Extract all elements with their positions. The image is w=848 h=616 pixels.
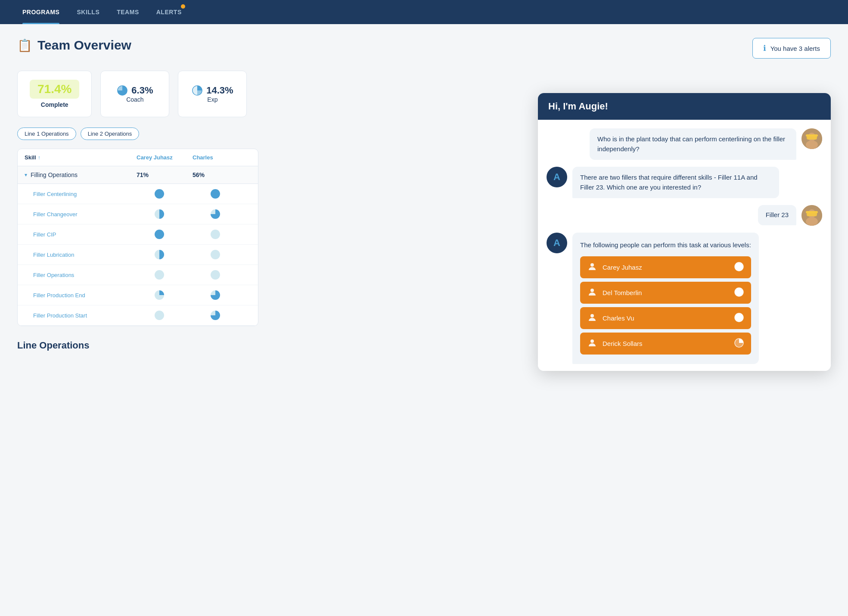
chat-panel: Hi, I'm Augie! Who is in the plant today… [538,93,831,371]
svg-point-28 [590,289,594,292]
bot-avatar-1: A [547,167,567,187]
svg-rect-20 [806,134,818,137]
skill-name[interactable]: Filler Changeover [33,211,145,218]
nav-teams[interactable]: TEAMS [108,0,148,24]
svg-point-14 [155,311,164,320]
bot-avatar-2: A [547,233,567,253]
table-row: Filler CIP [18,224,258,245]
person-button[interactable]: Charles Vu [580,307,751,329]
person-button[interactable]: Carey Juhasz [580,256,751,278]
msg-bot-2: A The following people can perform this … [547,233,822,364]
skill-name[interactable]: Filler CIP [33,231,145,238]
col-charles-header[interactable]: Charles [193,154,248,161]
stat-exp: 14.3% Exp [178,71,247,117]
skill-charles-icon [201,269,257,280]
skill-carey-icon [145,188,201,199]
svg-point-10 [155,270,164,280]
person-button[interactable]: Del Tomberlin [580,282,751,304]
person-skill-icon [734,312,744,324]
svg-point-2 [155,189,164,199]
exp-value: 14.3% [206,85,233,96]
skill-name[interactable]: Filler Lubrication [33,252,145,258]
skill-name[interactable]: Filler Centerlining [33,191,145,197]
table-row: Filler Centerlining [18,184,258,204]
svg-point-30 [590,314,594,317]
skill-charles-icon [201,289,257,301]
skill-carey-icon [145,229,201,240]
group-charles-pct: 56% [193,171,248,178]
person-name: Carey Juhasz [603,264,642,271]
people-bubble-text: The following people can perform this ta… [580,240,751,250]
chat-body: Who is in the plant today that can perfo… [538,120,831,371]
sort-icon: ↑ [38,155,40,161]
svg-point-23 [806,217,818,226]
exp-label: Exp [207,96,217,103]
svg-point-32 [590,339,594,343]
skill-charles-icon [201,188,257,199]
title-wrap: 📋 Team Overview [17,38,131,53]
svg-point-3 [211,189,220,199]
group-name: Filling Operations [31,171,78,178]
person-skill-icon [734,261,744,273]
table-row: Filler Lubrication [18,245,258,265]
title-icon: 📋 [17,38,32,53]
person-name: Del Tomberlin [603,289,642,296]
alerts-badge [181,4,185,9]
skill-name[interactable]: Filler Production End [33,292,145,299]
person-button[interactable]: Derick Sollars [580,333,751,355]
skills-table: Skill ↑ Carey Juhasz Charles ▾ Filling O… [17,149,258,326]
nav-programs[interactable]: PROGRAMS [14,0,68,24]
svg-point-9 [211,250,220,259]
svg-point-6 [155,230,164,239]
exp-pie-icon [192,85,203,96]
complete-value: 71.4% [30,80,79,99]
page-title: Team Overview [37,38,131,53]
svg-rect-25 [806,211,818,213]
skill-name[interactable]: Filler Production Start [33,312,145,319]
page-header: 📋 Team Overview ℹ You have 3 alerts [17,38,831,59]
skill-carey-icon [145,249,201,260]
people-bubble: The following people can perform this ta… [572,233,759,364]
user-avatar-2 [801,205,822,226]
group-filling[interactable]: ▾ Filling Operations 71% 56% [18,166,258,184]
skill-rows: Filler Centerlining Filler Changeover Fi… [18,184,258,326]
skill-name[interactable]: Filler Operations [33,272,145,278]
person-name: Charles Vu [603,314,634,322]
msg-bubble-2: There are two fillers that require diffe… [572,167,779,198]
person-skill-icon [734,287,744,299]
skill-charles-icon [201,229,257,240]
table-row: Filler Changeover [18,204,258,224]
nav-alerts[interactable]: ALERTS [148,0,190,24]
main-nav: PROGRAMS SKILLS TEAMS ALERTS [0,0,848,24]
col-carey-header[interactable]: Carey Juhasz [137,154,193,161]
person-icon [587,338,597,349]
skill-carey-icon [145,310,201,321]
page-content: 📋 Team Overview ℹ You have 3 alerts 71.4… [0,24,848,365]
table-row: Filler Operations [18,265,258,285]
person-skill-icon [734,338,744,349]
filter-line2[interactable]: Line 2 Operations [81,128,140,140]
alerts-box[interactable]: ℹ You have 3 alerts [752,38,831,59]
coach-pie-icon [117,85,128,96]
filter-line1[interactable]: Line 1 Operations [17,128,76,140]
nav-skills[interactable]: SKILLS [68,0,108,24]
msg-bubble-1: Who is in the plant today that can perfo… [590,128,796,160]
people-list: Carey Juhasz Del Tomberlin [580,256,751,355]
svg-point-26 [590,263,594,267]
skill-carey-icon [145,289,201,301]
coach-value: 6.3% [131,85,153,96]
skill-charles-icon [201,249,257,260]
msg-bot-1: A There are two fillers that require dif… [547,167,822,198]
chevron-icon: ▾ [25,172,27,178]
person-icon [587,312,597,324]
table-row: Filler Production End [18,285,258,305]
user-avatar-1 [801,128,822,149]
msg-bubble-3: Filler 23 [758,205,796,225]
svg-point-7 [211,230,220,239]
col-skill-header[interactable]: Skill ↑ [25,154,137,161]
person-icon [587,287,597,299]
table-header: Skill ↑ Carey Juhasz Charles [18,149,258,166]
complete-label: Complete [41,101,68,108]
person-name: Derick Sollars [603,340,643,347]
chat-header: Hi, I'm Augie! [538,93,831,120]
